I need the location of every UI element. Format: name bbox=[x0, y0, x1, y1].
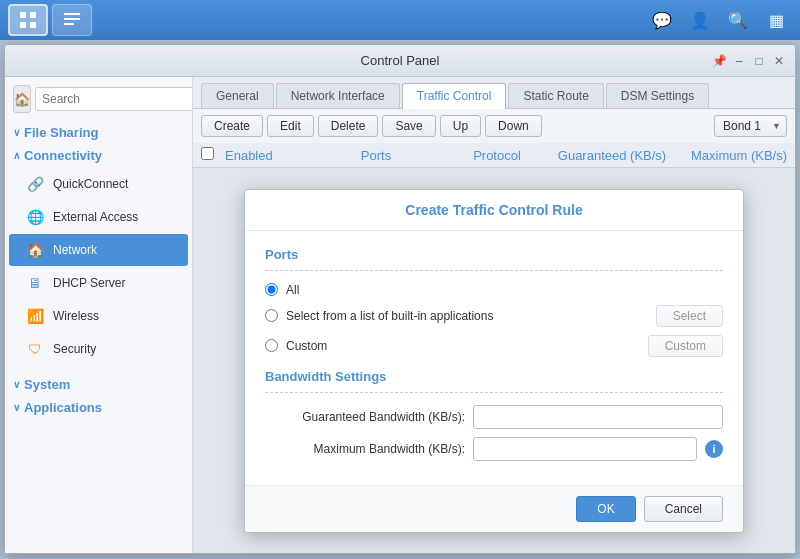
radio-all[interactable] bbox=[265, 283, 278, 296]
taskbar-chat-icon[interactable]: 💬 bbox=[646, 4, 678, 36]
window-minimize-btn[interactable]: – bbox=[731, 53, 747, 69]
tab-network-interface[interactable]: Network Interface bbox=[276, 83, 400, 108]
taskbar-grid-icon[interactable]: ▦ bbox=[760, 4, 792, 36]
sidebar-item-security[interactable]: 🛡 Security bbox=[9, 333, 188, 365]
security-icon: 🛡 bbox=[25, 339, 45, 359]
sidebar-section-applications[interactable]: ∨ Applications bbox=[5, 396, 192, 419]
window-titlebar: Control Panel 📌 – □ ✕ bbox=[5, 45, 795, 77]
control-panel-window: Control Panel 📌 – □ ✕ 🏠 ∨ File Sharing ∧… bbox=[4, 44, 796, 554]
select-button[interactable]: Select bbox=[656, 305, 723, 327]
taskbar-apps-button[interactable] bbox=[8, 4, 48, 36]
radio-row-custom: Custom Custom bbox=[265, 335, 723, 357]
search-input[interactable] bbox=[35, 87, 193, 111]
guaranteed-row: Guaranteed Bandwidth (KB/s): bbox=[265, 405, 723, 429]
sidebar-search-area: 🏠 bbox=[5, 77, 192, 121]
sidebar-section-connectivity[interactable]: ∧ Connectivity bbox=[5, 144, 192, 167]
up-button[interactable]: Up bbox=[440, 115, 481, 137]
security-label: Security bbox=[53, 342, 96, 356]
sidebar-home-button[interactable]: 🏠 bbox=[13, 85, 31, 113]
network-label: Network bbox=[53, 243, 97, 257]
header-checkbox[interactable] bbox=[201, 147, 214, 160]
file-sharing-arrow: ∨ bbox=[13, 127, 20, 138]
taskbar-search-icon[interactable]: 🔍 bbox=[722, 4, 754, 36]
taskbar: 💬 👤 🔍 ▦ bbox=[0, 0, 800, 40]
bond-select[interactable]: Bond 1 Bond 2 LAN 1 LAN 2 bbox=[714, 115, 787, 137]
window-maximize-btn[interactable]: □ bbox=[751, 53, 767, 69]
tab-traffic-control[interactable]: Traffic Control bbox=[402, 83, 507, 109]
bandwidth-divider bbox=[265, 392, 723, 393]
system-arrow: ∨ bbox=[13, 379, 20, 390]
dhcp-label: DHCP Server bbox=[53, 276, 125, 290]
applications-label: Applications bbox=[24, 400, 102, 415]
tab-static-route[interactable]: Static Route bbox=[508, 83, 603, 108]
window-minimize-button[interactable]: 📌 bbox=[711, 53, 727, 69]
th-ports: Ports bbox=[305, 148, 447, 163]
maximum-info-icon[interactable]: i bbox=[705, 440, 723, 458]
save-button[interactable]: Save bbox=[382, 115, 435, 137]
table-content: Create Traffic Control Rule Ports All bbox=[193, 168, 795, 553]
bandwidth-section: Bandwidth Settings Guaranteed Bandwidth … bbox=[265, 369, 723, 461]
quickconnect-icon: 🔗 bbox=[25, 174, 45, 194]
sidebar-item-wireless[interactable]: 📶 Wireless bbox=[9, 300, 188, 332]
dialog-overlay: Create Traffic Control Rule Ports All bbox=[193, 168, 795, 553]
edit-button[interactable]: Edit bbox=[267, 115, 314, 137]
maximum-label: Maximum Bandwidth (KB/s): bbox=[265, 442, 465, 456]
sidebar-item-network[interactable]: 🏠 Network bbox=[9, 234, 188, 266]
bond-select-wrapper: Bond 1 Bond 2 LAN 1 LAN 2 bbox=[714, 115, 787, 137]
sidebar-item-external-access[interactable]: 🌐 External Access bbox=[9, 201, 188, 233]
dhcp-icon: 🖥 bbox=[25, 273, 45, 293]
th-checkbox bbox=[201, 147, 225, 163]
window-controls: 📌 – □ ✕ bbox=[711, 53, 787, 69]
window-close-btn[interactable]: ✕ bbox=[771, 53, 787, 69]
ports-section-label: Ports bbox=[265, 247, 723, 262]
down-button[interactable]: Down bbox=[485, 115, 542, 137]
create-button[interactable]: Create bbox=[201, 115, 263, 137]
th-protocol: Protocol bbox=[447, 148, 547, 163]
ports-radio-group: All Select from a list of built-in appli… bbox=[265, 283, 723, 357]
radio-custom-label: Custom bbox=[286, 339, 640, 353]
radio-builtin[interactable] bbox=[265, 309, 278, 322]
external-access-icon: 🌐 bbox=[25, 207, 45, 227]
external-access-label: External Access bbox=[53, 210, 138, 224]
toolbar: Create Edit Delete Save Up Down Bond 1 B… bbox=[193, 109, 795, 143]
sidebar-section-file-sharing[interactable]: ∨ File Sharing bbox=[5, 121, 192, 144]
svg-rect-5 bbox=[64, 18, 80, 20]
guaranteed-label: Guaranteed Bandwidth (KB/s): bbox=[265, 410, 465, 424]
svg-rect-0 bbox=[20, 12, 26, 18]
tabs-bar: General Network Interface Traffic Contro… bbox=[193, 77, 795, 109]
radio-row-builtin: Select from a list of built-in applicati… bbox=[265, 305, 723, 327]
quickconnect-label: QuickConnect bbox=[53, 177, 128, 191]
maximum-input[interactable] bbox=[473, 437, 697, 461]
svg-rect-1 bbox=[30, 12, 36, 18]
guaranteed-input[interactable] bbox=[473, 405, 723, 429]
taskbar-user-icon[interactable]: 👤 bbox=[684, 4, 716, 36]
radio-custom[interactable] bbox=[265, 339, 278, 352]
ok-button[interactable]: OK bbox=[576, 496, 635, 522]
system-label: System bbox=[24, 377, 70, 392]
delete-button[interactable]: Delete bbox=[318, 115, 379, 137]
taskbar-control-panel-button[interactable] bbox=[52, 4, 92, 36]
bandwidth-section-label: Bandwidth Settings bbox=[265, 369, 723, 384]
sidebar-item-quickconnect[interactable]: 🔗 QuickConnect bbox=[9, 168, 188, 200]
svg-rect-2 bbox=[20, 22, 26, 28]
svg-rect-4 bbox=[64, 13, 80, 15]
svg-rect-6 bbox=[64, 23, 74, 25]
tab-dsm-settings[interactable]: DSM Settings bbox=[606, 83, 709, 108]
table-header: Enabled Ports Protocol Guaranteed (KB/s)… bbox=[193, 143, 795, 168]
sidebar: 🏠 ∨ File Sharing ∧ Connectivity 🔗 QuickC… bbox=[5, 77, 193, 553]
cancel-button[interactable]: Cancel bbox=[644, 496, 723, 522]
dialog-title: Create Traffic Control Rule bbox=[245, 190, 743, 231]
wireless-label: Wireless bbox=[53, 309, 99, 323]
custom-button[interactable]: Custom bbox=[648, 335, 723, 357]
dialog-body: Ports All bbox=[245, 231, 743, 485]
connectivity-arrow: ∧ bbox=[13, 150, 20, 161]
radio-all-label: All bbox=[286, 283, 723, 297]
radio-row-all: All bbox=[265, 283, 723, 297]
th-guaranteed: Guaranteed (KB/s) bbox=[547, 148, 677, 163]
applications-arrow: ∨ bbox=[13, 402, 20, 413]
taskbar-right-icons: 💬 👤 🔍 ▦ bbox=[646, 4, 792, 36]
tab-general[interactable]: General bbox=[201, 83, 274, 108]
sidebar-item-dhcp[interactable]: 🖥 DHCP Server bbox=[9, 267, 188, 299]
sidebar-section-system[interactable]: ∨ System bbox=[5, 373, 192, 396]
dialog-footer: OK Cancel bbox=[245, 485, 743, 532]
